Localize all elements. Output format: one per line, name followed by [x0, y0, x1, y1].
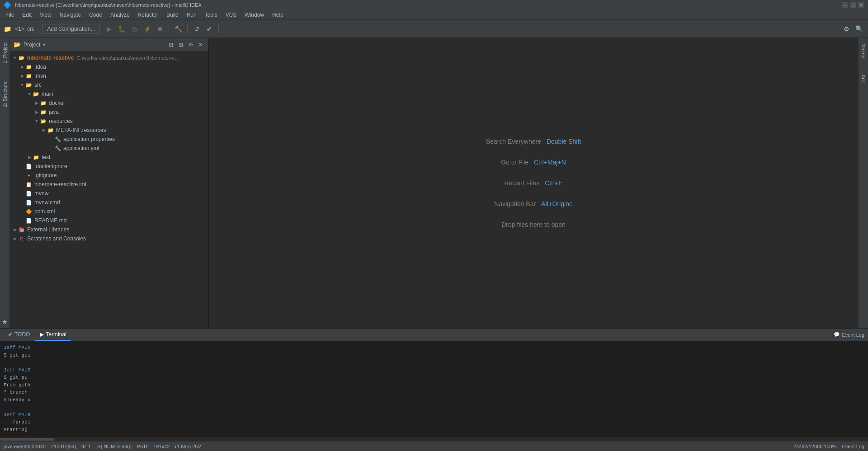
tree-item-idea[interactable]: 📁 .idea: [10, 62, 208, 71]
project-settings-button[interactable]: ⚙: [187, 41, 195, 49]
root-path: C:\work\src\tmp\quarkus\maven\hibernate-…: [76, 55, 179, 61]
profile-button[interactable]: ⚡: [142, 23, 152, 34]
tree-item-mvnw[interactable]: 📄 mvnw: [10, 189, 208, 198]
editor-area: Search Everywhere Double Shift Go to Fil…: [209, 38, 858, 328]
extlibs-label: External Libraries: [27, 226, 69, 233]
toolbar-project-label: <1>: crc: [15, 26, 34, 32]
tree-item-docker[interactable]: 📁 docker: [10, 99, 208, 108]
tree-item-scratches[interactable]: 🗒 Scratches and Consoles: [10, 234, 208, 243]
stop-button[interactable]: ⏹: [154, 23, 165, 34]
structure-tab[interactable]: 2: Structure: [1, 77, 9, 112]
status-event-log[interactable]: Event Log: [842, 444, 864, 449]
menu-item-edit[interactable]: Edit: [19, 11, 35, 19]
project-header-buttons: ⊟ ⊞ ⚙ ✕: [167, 41, 205, 49]
settings-button[interactable]: ⚙: [841, 23, 852, 34]
toolbar-separator-4: [218, 24, 219, 33]
menu-bar: File Edit View Navigate Code Analyze Ref…: [0, 10, 868, 20]
terminal-content[interactable]: Jeff MAUR $ git gui Jeff MAUR $ git pu F…: [0, 341, 868, 437]
coverage-button[interactable]: ◎: [129, 23, 140, 34]
tree-item-external-libs[interactable]: 📚 External Libraries: [10, 225, 208, 234]
menu-item-vcs[interactable]: VCS: [222, 11, 241, 19]
collapse-all-button[interactable]: ⊟: [167, 41, 175, 49]
menu-item-refactor[interactable]: Refactor: [134, 11, 162, 19]
event-log-label: Event Log: [842, 332, 864, 338]
tree-item-gitignore[interactable]: 🔸 .gitignore: [10, 171, 208, 180]
tree-item-app-yml[interactable]: 🔧 application.yml: [10, 144, 208, 153]
menu-item-analyze[interactable]: Analyze: [107, 11, 133, 19]
tree-item-mvn[interactable]: 📁 .mvn: [10, 71, 208, 80]
meta-inf-folder-icon: 📁: [47, 127, 54, 134]
scroll-thumb[interactable]: [0, 438, 54, 441]
close-button[interactable]: ✕: [858, 2, 864, 8]
menu-item-code[interactable]: Code: [85, 11, 106, 19]
menu-item-file[interactable]: File: [2, 11, 18, 19]
java-label: java: [49, 109, 59, 115]
run-button[interactable]: ▶: [104, 23, 114, 34]
tree-item-readme[interactable]: 📄 README.md: [10, 216, 208, 225]
tree-item-test[interactable]: 📁 test: [10, 153, 208, 162]
tree-item-iml[interactable]: 📋 hibernate-reactive.iml: [10, 180, 208, 189]
search-everywhere-toolbar-button[interactable]: 🔍: [854, 23, 864, 34]
tree-item-java[interactable]: 📁 java: [10, 108, 208, 117]
mvnwcmd-label: mvnw.cmd: [34, 199, 60, 206]
favorites-tab[interactable]: ★: [0, 315, 10, 328]
menu-item-build[interactable]: Build: [163, 11, 182, 19]
terminal-tab[interactable]: ▶ Terminal: [35, 329, 71, 341]
commit-button[interactable]: ✔: [204, 23, 215, 34]
mvnwcmd-leaf: [19, 199, 25, 206]
menu-item-tools[interactable]: Tools: [201, 11, 221, 19]
main-label: main: [42, 91, 53, 97]
debug-button[interactable]: 🐛: [116, 23, 127, 34]
mvnw-icon: 📄: [25, 190, 33, 197]
tree-root[interactable]: 📂 hibernate-reactive C:\work\src\tmp\qua…: [10, 53, 208, 62]
ant-tab[interactable]: Ant: [859, 71, 868, 86]
toolbar: 📁 <1>: crc Add Configuration... ▶ 🐛 ◎ ⚡ …: [0, 20, 868, 38]
tree-item-meta-inf[interactable]: 📁 META-INF.resources: [10, 126, 208, 135]
meta-inf-label: META-INF.resources: [56, 127, 106, 133]
event-log-button[interactable]: 💬 Event Log: [834, 332, 864, 338]
minimize-button[interactable]: ─: [842, 2, 848, 8]
term-line-5: $ git pu: [4, 374, 864, 381]
status-col-row: 191x42: [153, 444, 170, 449]
tree-item-src[interactable]: 📂 src: [10, 80, 208, 89]
menu-item-help[interactable]: Help: [269, 11, 287, 19]
maven-tab[interactable]: Maven: [859, 40, 868, 62]
build-project-button[interactable]: 🔨: [173, 23, 184, 34]
status-git: java.exe[64]:30040: [4, 444, 46, 449]
menu-item-navigate[interactable]: Navigate: [56, 11, 85, 19]
project-dropdown[interactable]: Project ▼: [24, 42, 46, 48]
menu-item-window[interactable]: Window: [241, 11, 268, 19]
project-header: 📂 Project ▼ ⊟ ⊞ ⚙ ✕: [10, 38, 208, 52]
folder-icon: 📂: [14, 41, 21, 48]
hint-search-everywhere: Search Everywhere Double Shift: [486, 138, 581, 145]
menu-item-run[interactable]: Run: [183, 11, 200, 19]
vcs-update-button[interactable]: ↺: [191, 23, 202, 34]
tree-item-pom[interactable]: 🔶 pom.xml: [10, 207, 208, 216]
dropdown-arrow-icon: ▼: [42, 42, 46, 47]
tree-item-resources[interactable]: 📂 resources: [10, 117, 208, 126]
add-configuration-button[interactable]: Add Configuration...: [42, 24, 100, 34]
iml-icon: 📋: [25, 181, 33, 188]
left-sidebar-tabs: 1: Project 2: Structure ★: [0, 38, 10, 328]
title-bar: 🔷 hibernate-reactive [C:\work\src\tmp\qu…: [0, 0, 868, 10]
extlibs-icon: 📚: [18, 226, 25, 233]
terminal-icon: ▶: [40, 331, 44, 338]
project-tab[interactable]: 1: Project: [1, 38, 9, 68]
scratches-label: Scratches and Consoles: [27, 235, 86, 242]
todo-icon: ✔: [8, 331, 13, 338]
tree-item-dockerignore[interactable]: 📄 .dockerignore: [10, 162, 208, 171]
toolbar-separator-2: [169, 24, 169, 33]
hint-drop-label: Drop files here to open: [501, 221, 566, 228]
todo-tab[interactable]: ✔ TODO: [4, 329, 34, 341]
bottom-tabs: ✔ TODO ▶ Terminal 💬 Event Log: [0, 329, 868, 341]
terminal-scrollbar[interactable]: [0, 437, 868, 441]
tree-item-mvnw-cmd[interactable]: 📄 mvnw.cmd: [10, 198, 208, 207]
tree-item-app-props[interactable]: 🔧 application.properties: [10, 135, 208, 144]
maximize-button[interactable]: □: [850, 2, 856, 8]
expand-all-button[interactable]: ⊞: [177, 41, 185, 49]
tree-item-main[interactable]: 📂 main: [10, 89, 208, 99]
menu-item-view[interactable]: View: [36, 11, 55, 19]
hint-goto-file: Go to File Ctrl+Maj+N: [501, 159, 566, 166]
mvnw-label: mvnw: [34, 190, 48, 197]
close-project-button[interactable]: ✕: [197, 41, 205, 49]
